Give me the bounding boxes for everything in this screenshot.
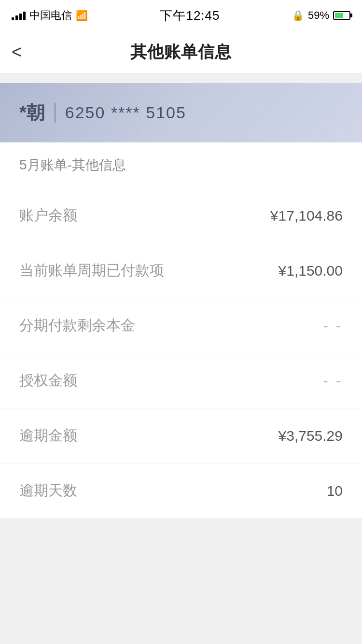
card-number: 6250 **** 5105 — [65, 103, 186, 122]
battery-icon — [333, 11, 350, 20]
status-left: 中国电信 📶 — [12, 8, 88, 23]
card-name: *朝 — [19, 100, 45, 125]
info-label: 授权金额 — [19, 371, 77, 391]
page-title: 其他账单信息 — [130, 41, 232, 63]
info-row: 逾期天数10 — [0, 463, 362, 518]
info-value: - - — [323, 318, 343, 334]
gray-area — [0, 518, 362, 644]
card-divider — [55, 103, 56, 123]
battery-percent: 59% — [308, 9, 329, 22]
info-row: 逾期金额¥3,755.29 — [0, 408, 362, 463]
info-label: 逾期天数 — [19, 481, 77, 501]
info-value: - - — [323, 373, 343, 389]
info-label: 分期付款剩余本金 — [19, 316, 135, 336]
info-table: 账户余额¥17,104.86当前账单周期已付款项¥1,150.00分期付款剩余本… — [0, 188, 362, 518]
status-bar: 中国电信 📶 下午12:45 🔒 59% — [0, 0, 362, 31]
signal-icon — [12, 11, 26, 20]
info-row: 分期付款剩余本金- - — [0, 298, 362, 353]
info-row: 当前账单周期已付款项¥1,150.00 — [0, 243, 362, 298]
info-label: 当前账单周期已付款项 — [19, 261, 164, 280]
wifi-icon: 📶 — [76, 10, 88, 21]
info-value: ¥3,755.29 — [278, 428, 343, 444]
status-right: 🔒 59% — [292, 9, 350, 22]
info-row: 账户余额¥17,104.86 — [0, 188, 362, 243]
battery-fill — [335, 13, 343, 18]
carrier-label: 中国电信 — [29, 8, 72, 23]
info-row: 授权金额- - — [0, 353, 362, 408]
info-value: ¥1,150.00 — [278, 263, 343, 279]
section-label: 5月账单-其他信息 — [0, 142, 362, 188]
nav-bar: < 其他账单信息 — [0, 31, 362, 73]
info-value: ¥17,104.86 — [270, 208, 343, 224]
status-time: 下午12:45 — [160, 7, 220, 24]
lock-icon: 🔒 — [292, 10, 304, 21]
info-label: 逾期金额 — [19, 426, 77, 446]
back-button[interactable]: < — [12, 42, 22, 62]
card-header: *朝 6250 **** 5105 — [0, 83, 362, 142]
info-label: 账户余额 — [19, 206, 77, 225]
info-value: 10 — [327, 483, 343, 499]
